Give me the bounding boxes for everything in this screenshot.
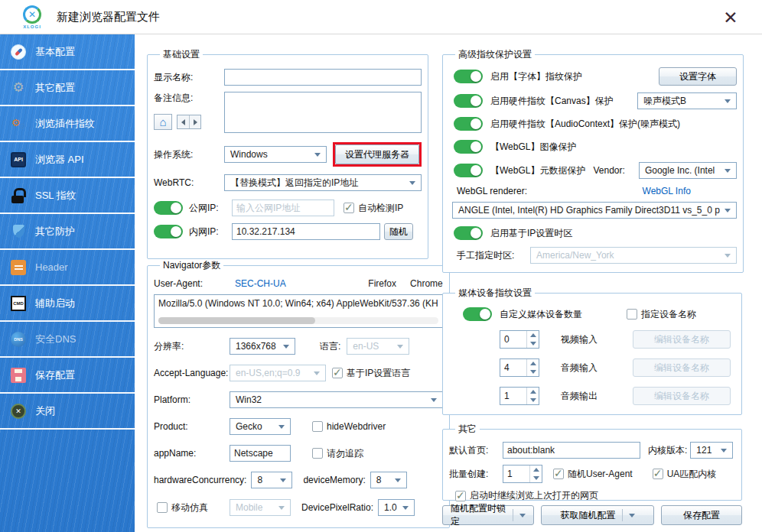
save-config-button[interactable]: 保存配置 [661, 505, 742, 525]
canvas-mode-select[interactable]: 噪声模式B [637, 92, 737, 109]
os-select[interactable]: Windows [224, 146, 327, 163]
spin-down-icon[interactable] [527, 339, 539, 348]
timezone-select[interactable]: America/New_York [530, 247, 737, 264]
specify-device-names-checkbox[interactable] [627, 309, 637, 320]
chevron-down-icon [314, 153, 321, 157]
set-font-button[interactable]: 设置字体 [659, 67, 737, 86]
main-content: 基础设置 显示名称: 备注信息: ⌂ 操作系统: Windows [136, 34, 762, 532]
horizontal-scrollbar[interactable] [158, 317, 438, 324]
sidebar-item-assist-launch[interactable]: CMD 辅助启动 [0, 286, 135, 322]
sidebar-item-other-protection[interactable]: 其它防护 [0, 214, 135, 250]
webgl-renderer-select[interactable]: ANGLE (Intel, Intel(R) HD Graphics Famil… [452, 202, 737, 219]
remark-textarea[interactable] [224, 92, 422, 133]
do-not-track-checkbox[interactable] [312, 448, 323, 459]
vendor-select[interactable]: Google Inc. (Intel [639, 162, 737, 179]
scrollbar-thumb[interactable] [158, 317, 315, 324]
spin-down-icon[interactable] [527, 368, 539, 376]
sidebar-item-header[interactable]: Header [0, 250, 135, 286]
product-select[interactable]: Gecko [230, 418, 291, 435]
accept-language-select[interactable]: en-US,en;q=0.9 [230, 365, 326, 381]
kernel-version-select[interactable]: 121 [690, 442, 733, 459]
edit-audio-input-devices-button[interactable]: 编辑设备名称 [633, 358, 731, 377]
auto-detect-ip-checkbox[interactable] [344, 203, 354, 213]
resolution-label: 分辨率: [154, 340, 230, 353]
video-input-label: 视频输入 [561, 333, 611, 346]
close-window-icon[interactable]: ✕ [719, 6, 742, 29]
custom-media-count-toggle[interactable] [463, 307, 492, 321]
public-ip-toggle[interactable] [154, 201, 183, 215]
sidebar-item-label: 保存配置 [35, 368, 75, 382]
spin-up-icon[interactable] [530, 466, 542, 474]
hardware-concurrency-select[interactable]: 8 [251, 472, 292, 488]
fetch-random-config-button[interactable]: 获取随机配置 [541, 505, 654, 525]
sidebar-item-save-config[interactable]: 保存配置 [0, 358, 135, 394]
video-input-spinner[interactable]: 0 [500, 330, 539, 349]
chevron-down-icon [725, 254, 731, 258]
homepage-input[interactable] [503, 442, 640, 459]
save-icon [11, 368, 26, 383]
firefox-preset-link[interactable]: Firefox [368, 278, 396, 289]
audio-input-spinner[interactable]: 4 [500, 358, 539, 377]
chrome-preset-link[interactable]: Chrome [410, 278, 443, 289]
sidebar-item-label: SSL 指纹 [35, 189, 77, 203]
spin-down-icon[interactable] [530, 474, 542, 482]
resume-browsing-checkbox[interactable] [455, 491, 466, 501]
random-lock-button[interactable]: 随机配置时锁定 [442, 505, 534, 525]
lan-ip-toggle[interactable] [154, 225, 183, 238]
sidebar-item-basic-config[interactable]: 基本配置 [0, 34, 135, 70]
group-other: 其它 默认首页: 内核版本: 121 批量创建: 1 随机User-Agent … [442, 423, 742, 501]
edit-video-devices-button[interactable]: 编辑设备名称 [633, 330, 731, 349]
home-button[interactable]: ⌂ [154, 114, 172, 130]
sidebar-item-ssl-fingerprint[interactable]: SSL 指纹 [0, 178, 135, 214]
webgl-image-toggle[interactable] [454, 140, 483, 154]
group-legend: 基础设置 [160, 48, 203, 61]
sidebar-item-label: 安全DNS [35, 332, 76, 346]
user-agent-box[interactable]: Mozilla/5.0 (Windows NT 10.0; Win64; x64… [154, 294, 443, 328]
webgl-meta-toggle[interactable] [454, 164, 483, 177]
ua-match-kernel-checkbox[interactable] [653, 469, 663, 479]
canvas-protect-toggle[interactable] [454, 94, 483, 108]
resolution-select[interactable]: 1366x768 [230, 338, 295, 355]
right-arrow-button[interactable] [189, 115, 200, 128]
random-ua-checkbox[interactable] [553, 469, 564, 479]
batch-create-spinner[interactable]: 1 [503, 465, 542, 483]
hide-webdriver-checkbox[interactable] [312, 421, 323, 432]
display-name-input[interactable] [224, 69, 422, 86]
font-protect-toggle[interactable] [454, 70, 483, 83]
sidebar-item-plugin-fingerprint[interactable]: 浏览插件指纹 [0, 106, 135, 142]
lan-ip-input[interactable] [232, 223, 380, 240]
canvas-protect-label: 启用硬件指纹【Canvas】保护 [490, 95, 614, 108]
logo-text: XLOGI [23, 24, 41, 29]
platform-select[interactable]: Win32 [230, 391, 443, 408]
webgl-info-link[interactable]: WebGL Info [643, 186, 691, 196]
set-proxy-button[interactable]: 设置代理服务器 [335, 144, 419, 164]
language-select[interactable]: en-US [347, 338, 409, 355]
ip-timezone-toggle[interactable] [454, 226, 483, 240]
sidebar-item-secure-dns[interactable]: DNS 安全DNS [0, 322, 135, 358]
sidebar-item-close[interactable]: ✕ 关闭 [0, 394, 135, 430]
webrtc-select[interactable]: 【替换模式】返回指定的IP地址 [224, 174, 422, 191]
device-memory-select[interactable]: 8 [370, 472, 407, 488]
appname-input[interactable] [230, 445, 291, 462]
random-ip-button[interactable]: 随机 [384, 223, 413, 240]
auto-detect-ip-label: 自动检测IP [358, 202, 403, 215]
left-arrow-button[interactable] [177, 115, 189, 128]
public-ip-input[interactable] [232, 200, 334, 216]
chevron-down-icon [278, 425, 285, 429]
spin-up-icon[interactable] [527, 388, 539, 396]
mobile-emulation-checkbox[interactable] [157, 502, 168, 513]
audio-protect-toggle[interactable] [454, 117, 483, 131]
audio-output-spinner[interactable]: 1 [500, 387, 539, 405]
edit-audio-output-devices-button[interactable]: 编辑设备名称 [633, 387, 731, 405]
mobile-select[interactable]: Mobile [230, 499, 291, 516]
group-legend: Navigator参数 [160, 259, 223, 272]
spin-up-icon[interactable] [527, 331, 539, 339]
sidebar-item-browser-api[interactable]: API 浏览器 API [0, 142, 135, 178]
ip-language-checkbox[interactable] [332, 368, 343, 378]
spin-up-icon[interactable] [527, 359, 539, 368]
dns-icon: DNS [11, 332, 26, 347]
device-pixel-ratio-select[interactable]: 1.0 [378, 499, 415, 516]
sidebar-item-other-config[interactable]: ⚙ 其它配置 [0, 70, 135, 106]
sec-ch-ua-link[interactable]: SEC-CH-UA [235, 278, 286, 289]
spin-down-icon[interactable] [527, 396, 539, 404]
